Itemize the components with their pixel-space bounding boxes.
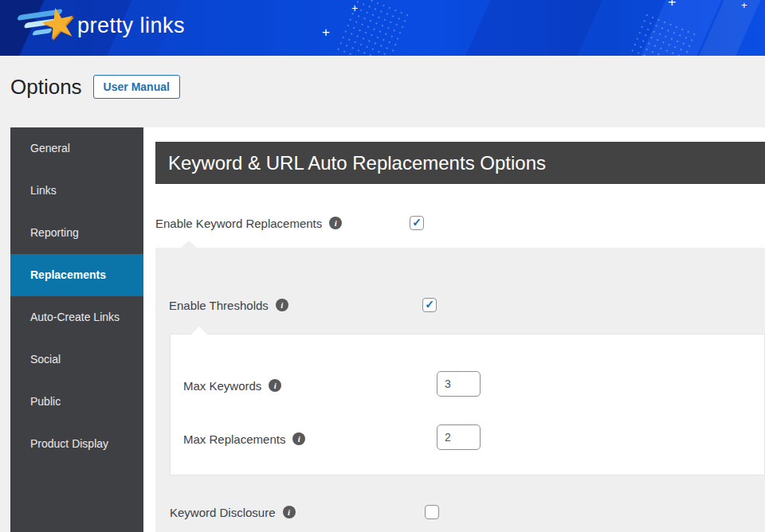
- enable-keyword-replacements-row: Enable Keyword Replacements i: [155, 215, 342, 231]
- max-replacements-row: Max Replacements i: [183, 431, 305, 447]
- sparkle-icon: +: [741, 0, 747, 10]
- enable-thresholds-label: Enable Thresholds: [169, 299, 269, 312]
- thresholds-values-box: Max Keywords i Max Replacements i: [170, 334, 765, 475]
- max-keywords-row: Max Keywords i: [183, 377, 281, 393]
- enable-thresholds-checkbox[interactable]: ✓: [422, 298, 437, 312]
- sidebar-item-product-display[interactable]: Product Display: [10, 423, 143, 465]
- page-header: Options User Manual: [0, 56, 765, 99]
- keyword-disclosure-row: Keyword Disclosure i: [170, 504, 296, 520]
- max-keywords-label: Max Keywords: [183, 379, 261, 393]
- options-layout: General Links Reporting Replacements Aut…: [10, 127, 765, 532]
- keyword-disclosure-checkbox[interactable]: [425, 505, 439, 519]
- sparkle-icon: +: [322, 25, 330, 39]
- section-caret: [181, 241, 197, 248]
- banner-dots-pattern: [335, 0, 410, 56]
- info-icon[interactable]: i: [283, 506, 296, 518]
- info-icon[interactable]: i: [329, 217, 342, 229]
- section-title: Keyword & URL Auto Replacements Options: [155, 142, 765, 184]
- sidebar-item-auto-create-links[interactable]: Auto-Create Links: [10, 296, 143, 338]
- sparkle-icon: +: [351, 2, 358, 14]
- sidebar-item-public[interactable]: Public: [10, 381, 143, 423]
- max-keywords-input[interactable]: [437, 371, 481, 397]
- box-caret: [191, 327, 207, 334]
- thresholds-section: Enable Thresholds i ✓ Max Keywords i Max…: [155, 248, 765, 532]
- enable-keyword-replacements-label: Enable Keyword Replacements: [155, 217, 322, 230]
- info-icon[interactable]: i: [276, 299, 288, 311]
- info-icon[interactable]: i: [269, 379, 281, 392]
- user-manual-button[interactable]: User Manual: [93, 75, 180, 99]
- sidebar-item-reporting[interactable]: Reporting: [10, 212, 143, 254]
- brand-name: pretty links: [77, 14, 185, 38]
- banner-stripe: [462, 0, 606, 56]
- sidebar-item-social[interactable]: Social: [10, 338, 143, 381]
- sidebar-item-general[interactable]: General: [10, 127, 143, 170]
- enable-keyword-replacements-checkbox[interactable]: ✓: [410, 216, 424, 230]
- replacements-panel: Keyword & URL Auto Replacements Options …: [143, 127, 765, 532]
- options-sidebar: General Links Reporting Replacements Aut…: [10, 127, 143, 532]
- sidebar-item-links[interactable]: Links: [10, 170, 143, 212]
- keyword-disclosure-label: Keyword Disclosure: [170, 506, 276, 519]
- enable-thresholds-row: Enable Thresholds i: [169, 297, 288, 313]
- page-title: Options: [10, 75, 82, 100]
- max-replacements-input[interactable]: [437, 424, 481, 450]
- max-replacements-label: Max Replacements: [183, 432, 285, 446]
- sidebar-item-replacements[interactable]: Replacements: [10, 254, 143, 296]
- info-icon[interactable]: i: [292, 432, 305, 445]
- top-banner: + + + + ★ pretty links: [0, 0, 765, 56]
- sparkle-icon: +: [668, 0, 677, 10]
